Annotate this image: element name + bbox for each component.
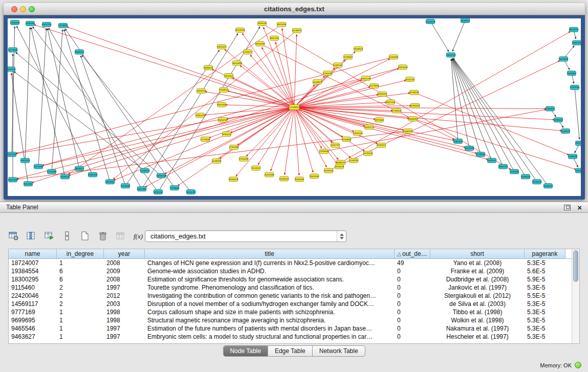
table-row[interactable]: 946362711997Embryonic stem cells: a mode… [9,333,572,341]
graph-node[interactable]: 16098375 [461,18,470,23]
graph-node[interactable]: 16385047 [554,118,563,122]
graph-node[interactable]: 10820457 [217,45,227,49]
graph-node[interactable]: 15958218 [229,177,238,182]
graph-node[interactable]: 12065041 [279,177,289,181]
graph-node[interactable]: 9667154 [386,100,395,104]
graph-node[interactable]: 17526081 [510,169,519,174]
graph-node[interactable]: 10614283 [186,190,196,194]
graph-node[interactable]: 17302455 [323,71,333,76]
graph-node[interactable]: 18347920 [8,67,16,72]
tab-node-table[interactable]: Node Table [223,345,268,357]
table-settings-icon[interactable] [7,230,19,242]
minimize-window-icon[interactable] [20,6,26,12]
graph-node[interactable]: 14593217 [487,158,497,163]
graph-node[interactable]: 9790219 [223,132,231,137]
graph-node[interactable]: 15824603 [575,168,581,173]
column-header-short[interactable]: short [430,249,525,259]
graph-node[interactable]: 17681952 [10,20,20,25]
graph-node[interactable]: 18653210 [569,27,579,32]
graph-node[interactable]: 9742156 [154,190,163,194]
graph-node[interactable]: 14852103 [20,158,30,163]
graph-node[interactable]: 16642794 [446,53,456,57]
float-panel-icon[interactable] [564,205,571,210]
graph-node[interactable]: 9558167 [377,143,386,147]
graph-node[interactable]: 10847592 [572,40,581,45]
new-table-icon[interactable] [79,230,91,242]
close-panel-icon[interactable]: × [577,203,582,213]
graph-node[interactable]: 9684512 [75,50,84,54]
graph-node[interactable]: 11687032 [333,63,343,68]
graph-node[interactable]: 10582924 [403,129,413,134]
column-header-pagerank[interactable]: pagerank [525,249,565,259]
close-window-icon[interactable] [11,6,17,12]
graph-node[interactable]: 11954603 [410,103,420,108]
graph-node[interactable]: 14276035 [559,57,569,61]
graph-node[interactable]: 12354077 [243,50,253,54]
graph-node[interactable]: 15873406 [398,65,408,70]
graph-node[interactable]: 11439782 [349,158,359,163]
table-row[interactable]: 969969511998Structural magnetic resonanc… [9,316,572,324]
graph-node[interactable]: 9471638 [34,164,43,169]
graph-node[interactable]: 9036284 [26,21,35,26]
graph-node[interactable]: 11563048 [121,184,130,188]
column-header-year[interactable]: year [104,249,145,259]
graph-node[interactable]: 18125563 [235,28,245,32]
column-header-name[interactable]: name [9,249,57,259]
table-row[interactable]: 1830029562008Estimation of significance … [9,275,572,283]
graph-node[interactable]: 16410886 [232,61,242,65]
graph-node[interactable]: 18250394 [255,41,265,46]
graph-node[interactable]: 11048335 [212,159,222,163]
graph-node[interactable]: 16242388 [265,172,274,177]
graph-node[interactable]: 16273049 [8,48,18,52]
column-header-title[interactable]: title [145,249,395,259]
graph-node[interactable]: 10391554 [324,168,334,173]
graph-node[interactable]: 9860734 [499,164,508,169]
vertical-scrollbar[interactable] [572,249,579,343]
graph-node[interactable]: 15234871 [313,79,322,84]
graph-node[interactable]: 12460981 [389,55,399,59]
graph-node[interactable]: 9245731 [331,143,340,147]
graph-node[interactable]: 15930748 [157,173,166,178]
graph-node[interactable]: 10148673 [292,28,302,33]
graph-node[interactable]: 9822145 [270,36,279,40]
row-height-icon[interactable] [61,230,73,242]
graph-node[interactable]: 9387425 [454,139,463,143]
graph-node[interactable]: 14765320 [363,151,373,156]
combo-stepper-icon[interactable] [337,231,346,242]
graph-node[interactable]: 14027681 [137,187,147,191]
graph-node[interactable]: 17113284 [47,169,57,174]
scrollbar-thumb[interactable] [573,250,578,282]
graph-node[interactable]: 16738245 [409,90,419,95]
graph-node[interactable]: 18402340 [310,174,319,179]
graph-node[interactable]: 12948375 [543,184,553,188]
graph-node[interactable]: 15412730 [42,22,52,27]
graph-node[interactable]: 17186530 [392,108,402,113]
graph-node[interactable]: 12837509 [353,131,363,136]
graph-node[interactable]: 9356120 [196,113,205,118]
graph-node[interactable]: 9114203 [252,166,260,170]
graph-node[interactable]: 17037924 [570,85,580,90]
network-canvas[interactable]: 1724082294682011039155418402340925563412… [8,18,581,196]
graph-node[interactable]: 17724066 [201,137,210,141]
graph-node[interactable]: 9311552 [225,74,233,78]
graph-node[interactable]: 11460258 [568,154,578,159]
table-row[interactable]: 946554611997Estimation of the future num… [9,324,572,333]
graph-node[interactable]: 15648217 [75,166,84,171]
table-function-icon[interactable] [43,230,55,242]
graph-node[interactable]: 8902466 [217,102,226,107]
table-row[interactable]: 911546021997Tourette syndrome. Phenomeno… [9,283,572,292]
graph-node[interactable]: 12156307 [140,168,150,173]
graph-node[interactable]: 15781620 [532,180,542,184]
graph-node[interactable]: 18019568 [465,146,474,150]
graph-node[interactable]: 10293456 [521,174,531,179]
graph-node[interactable]: 9402718 [406,77,415,82]
table-row[interactable]: 1872400712008Changes of HCN gene express… [9,259,572,267]
graph-node[interactable]: 12709865 [58,23,68,28]
graph-node[interactable]: 18511209 [361,76,371,81]
graph-node[interactable]: 17554340 [239,157,249,161]
graph-node[interactable]: 10936750 [60,174,70,179]
graph-node[interactable]: 17459068 [319,149,329,154]
graph-node[interactable]: 16591273 [364,125,374,129]
fx-icon[interactable]: f(x) [133,230,145,242]
graph-node[interactable]: 9934208 [258,21,267,26]
